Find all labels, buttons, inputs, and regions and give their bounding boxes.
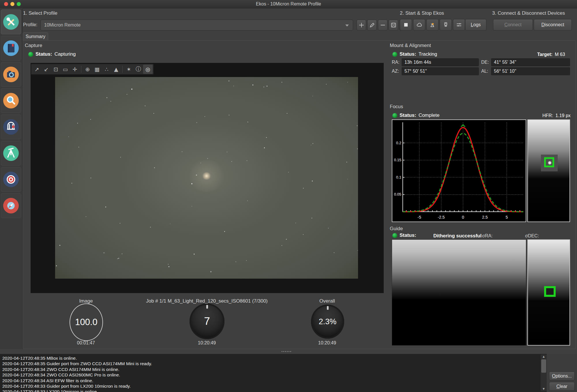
sidebar-tab-focus[interactable]: [1, 88, 21, 113]
svg-text:0.05: 0.05: [394, 192, 401, 196]
ekos-options-icon[interactable]: [453, 19, 465, 31]
compass-icon: [3, 198, 19, 213]
zoom-out-icon[interactable]: ↙: [42, 65, 51, 74]
sidebar-tab-capture[interactable]: [1, 62, 21, 87]
capture-status-value: Capturing: [55, 51, 76, 57]
profile-label: Profile:: [23, 22, 38, 27]
profile-combobox[interactable]: 10Micron Remote: [40, 20, 353, 31]
guide-star-box-marker: [544, 286, 556, 297]
hfr-value: 1.19 px: [555, 113, 570, 118]
log-line: 2020-04-12T20:48:34 ZWO CCD ASI2600MC Pr…: [2, 372, 547, 378]
dial-tick: [327, 306, 329, 310]
toolbar-separator: [122, 66, 123, 73]
splitter-dots: [282, 351, 291, 352]
add-profile-icon[interactable]: [357, 20, 366, 31]
target-value: M 63: [555, 52, 565, 57]
sidebar-tab-setup[interactable]: [1, 10, 21, 34]
pan-icon[interactable]: ✛: [70, 65, 80, 74]
log-scrollbar[interactable]: ▲ ▼: [541, 355, 547, 391]
scroll-down-icon[interactable]: ▼: [541, 387, 547, 391]
log-splitter-handle[interactable]: [0, 349, 577, 354]
mount-status-value: Tracking: [419, 51, 437, 57]
focus-group-title: Focus: [390, 104, 403, 110]
preview-toolbar: ↗↙⊡▭✛⊕▦∴▲✶ⓘ◎: [31, 64, 153, 74]
remove-profile-icon[interactable]: [378, 20, 387, 31]
overall-progress-value: 2.3%: [319, 317, 337, 326]
scroll-up-icon[interactable]: ▲: [541, 355, 547, 359]
section-label-connect-devices: 3. Connect & Disconnect Devices: [492, 10, 565, 16]
sidebar-tab-mount[interactable]: [1, 115, 21, 139]
focus-status-row: Status: Complete: [392, 112, 439, 118]
tab-summary[interactable]: Summary: [23, 32, 48, 41]
az-field[interactable]: 57° 50' 51": [402, 67, 479, 75]
target-label: Target:: [537, 52, 552, 57]
log-options-button[interactable]: Options...: [549, 372, 575, 380]
section-label-start-stop-ekos: 2. Start & Stop Ekos: [400, 10, 444, 16]
sigma-dec-label: σDEC:: [525, 233, 539, 239]
image-dial-label: Image: [79, 298, 93, 304]
indi-control-panel-icon[interactable]: [426, 19, 439, 31]
hfr-label: HFR:: [542, 113, 553, 118]
grid-overlay-icon[interactable]: ▦: [92, 65, 102, 74]
histogram-stretch-icon[interactable]: ▲: [111, 65, 121, 74]
mount-status-led-icon: [392, 52, 397, 57]
camera-icon: [3, 67, 19, 82]
custom-drivers-icon[interactable]: [389, 20, 398, 31]
fits-info-icon[interactable]: ⓘ: [134, 65, 143, 74]
sidebar-tab-observatory[interactable]: [1, 193, 21, 218]
section-label-select-profile: 1. Select Profile: [23, 10, 57, 16]
svg-text:-2.5: -2.5: [438, 215, 445, 220]
sidebar-tab-guide[interactable]: [1, 167, 21, 192]
al-field[interactable]: 56° 51' 10": [491, 67, 570, 75]
tools-icon: [3, 14, 19, 30]
guide-status-led-icon: [392, 233, 397, 238]
log-line: 2020-04-12T20:48:33 Guider port from LX2…: [2, 383, 547, 389]
disconnect-button[interactable]: Disconnect: [534, 19, 572, 31]
zoom-actual-size-icon[interactable]: ▭: [61, 65, 70, 74]
job-progress-dial: 7: [190, 303, 224, 339]
guide-status-row: Status:: [392, 232, 416, 238]
ekos-live-icon[interactable]: [413, 19, 425, 31]
notebook-icon: [3, 40, 19, 56]
galaxy-core: [202, 172, 211, 180]
scrollbar-thumb[interactable]: [541, 359, 546, 373]
detect-stars-icon[interactable]: ∴: [102, 65, 111, 74]
az-label: AZ:: [392, 69, 399, 74]
ra-field[interactable]: 13h 16m 44s: [402, 58, 479, 66]
telescope-center-icon[interactable]: ◎: [143, 65, 153, 74]
fits-viewer-icon[interactable]: [440, 19, 452, 31]
zoom-fit-icon[interactable]: ⊡: [51, 65, 61, 74]
image-progress-value: 100.0: [75, 317, 98, 327]
log-clear-button[interactable]: Clear: [549, 382, 575, 391]
log-line: 2020-04-12T20:48:34 ASI EFW filter is on…: [2, 378, 547, 383]
stop-ekos-icon[interactable]: [400, 19, 412, 31]
focus-star-blob: [548, 161, 552, 165]
sidebar-tab-align[interactable]: [1, 141, 21, 166]
window-title: Ekos - 10Micron Remote Profile: [0, 0, 577, 8]
log-line: 2020-04-12T20:48:33 LX200 10micron is on…: [2, 389, 547, 392]
svg-text:0.2: 0.2: [396, 141, 401, 145]
logs-button[interactable]: Logs: [465, 19, 486, 31]
sidebar-tab-scheduler[interactable]: [1, 36, 21, 61]
log-line: 2020-04-12T20:48:34 ZWO CCD ASI174MM Min…: [2, 367, 547, 372]
de-label: DE:: [481, 60, 489, 65]
log-view[interactable]: 2020-04-12T20:48:35 MBox is online.2020-…: [0, 354, 547, 392]
svg-text:5: 5: [506, 215, 508, 220]
mark-stars-icon[interactable]: ✶: [124, 65, 134, 74]
capture-group-title: Capture: [25, 43, 42, 48]
ra-label: RA:: [392, 60, 400, 65]
capture-image-m63: [55, 77, 358, 279]
edit-profile-icon[interactable]: [367, 20, 377, 31]
de-field[interactable]: 41° 55' 34": [491, 58, 570, 66]
overall-dial-label: Overall: [319, 298, 335, 304]
overall-progress-dial: 2.3%: [311, 305, 344, 339]
log-line: 2020-04-12T20:48:35 Guider port from ZWO…: [2, 361, 547, 366]
crosshair-overlay-icon[interactable]: ⊕: [83, 65, 92, 74]
image-elapsed-time: 00:01:47: [77, 340, 95, 346]
focus-status-led-icon: [392, 113, 397, 118]
svg-text:2.5: 2.5: [482, 215, 488, 220]
connect-button[interactable]: Connect: [493, 19, 533, 31]
sigma-ra-label: σRA:: [482, 233, 493, 239]
focus-hfr-chart: 0.050.10.150.2-5-2.502.55: [392, 119, 526, 222]
zoom-in-icon[interactable]: ↗: [32, 65, 42, 74]
